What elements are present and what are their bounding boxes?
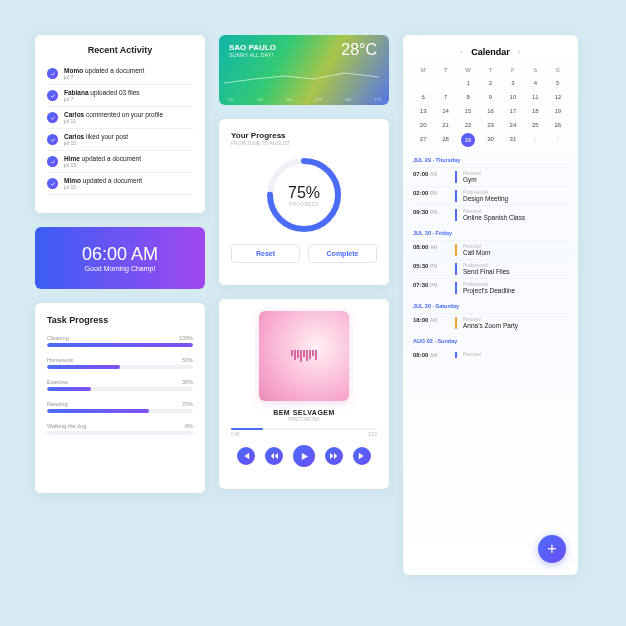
reset-button[interactable]: Reset xyxy=(231,244,300,263)
prev-month-button[interactable]: ‹ xyxy=(461,48,464,57)
calendar-day[interactable]: 19 xyxy=(548,105,568,117)
track-artist: PRETOROSA xyxy=(288,416,319,422)
dow-header: S xyxy=(548,65,568,75)
task-pct: 0% xyxy=(185,423,193,429)
calendar-day[interactable]: 24 xyxy=(503,119,523,131)
dow-header: M xyxy=(413,65,433,75)
check-icon xyxy=(47,178,58,189)
check-icon xyxy=(47,134,58,145)
calendar-day[interactable]: 26 xyxy=(548,119,568,131)
calendar-day[interactable]: 16 xyxy=(480,105,500,117)
calendar-day[interactable]: 8 xyxy=(458,91,478,103)
calendar-day[interactable]: 29 xyxy=(461,133,475,147)
calendar-day[interactable]: 21 xyxy=(435,119,455,131)
calendar-day[interactable]: 15 xyxy=(458,105,478,117)
duration-time: 3:20 xyxy=(368,432,377,437)
task-item: Walking the dog0% xyxy=(47,423,193,435)
calendar-day[interactable]: 1 xyxy=(525,133,545,147)
calendar-day[interactable]: 18 xyxy=(525,105,545,117)
calendar-day[interactable]: 3 xyxy=(503,77,523,89)
day-label: AUG 02 · Sunday xyxy=(413,338,568,344)
calendar-event[interactable]: 08:00 AM PersonalCall Mom xyxy=(413,240,568,259)
activity-title: Recent Activity xyxy=(47,45,193,55)
progress-percent: 75% xyxy=(288,184,320,202)
play-button[interactable] xyxy=(293,445,315,467)
calendar-day[interactable]: 9 xyxy=(480,91,500,103)
activity-item[interactable]: Carlos liked your postjul 15 xyxy=(47,129,193,151)
prev-button[interactable] xyxy=(237,447,255,465)
greeting-time: 06:00 AM xyxy=(82,244,158,265)
forward-button[interactable] xyxy=(325,447,343,465)
calendar-day[interactable]: 2 xyxy=(480,77,500,89)
calendar-day[interactable]: 27 xyxy=(413,133,433,147)
calendar-event[interactable]: 09:30 PM PersonalOnline Spanish Class xyxy=(413,205,568,224)
calendar-day[interactable]: 1 xyxy=(458,77,478,89)
calendar-day[interactable]: 31 xyxy=(503,133,523,147)
task-name: Cleaning xyxy=(47,335,69,341)
hour-tick: 15h xyxy=(315,97,322,102)
calendar-event[interactable]: 18:00 AM PersonalAnna's Zoom Party xyxy=(413,313,568,332)
music-player-card: BEM SELVAGEM PRETOROSA 0:453:20 xyxy=(219,299,389,489)
calendar-day[interactable]: 10 xyxy=(503,91,523,103)
calendar-day[interactable]: 13 xyxy=(413,105,433,117)
day-label: JUL 29 · Thursday xyxy=(413,157,568,163)
calendar-day[interactable] xyxy=(413,77,433,89)
track-title: BEM SELVAGEM xyxy=(273,409,335,416)
calendar-day[interactable]: 11 xyxy=(525,91,545,103)
calendar-day[interactable]: 30 xyxy=(480,133,500,147)
dow-header: T xyxy=(480,65,500,75)
calendar-day[interactable]: 22 xyxy=(458,119,478,131)
task-name: Exercise xyxy=(47,379,68,385)
progress-title: Your Progress xyxy=(231,131,377,140)
calendar-day[interactable]: 12 xyxy=(548,91,568,103)
calendar-day[interactable]: 2 xyxy=(548,133,568,147)
check-icon xyxy=(47,156,58,167)
activity-item[interactable]: Carlos commented on your profilejul 11 xyxy=(47,107,193,129)
add-event-button[interactable]: + xyxy=(538,535,566,563)
calendar-day[interactable] xyxy=(435,77,455,89)
activity-item[interactable]: Mimo updated a documentjul 15 xyxy=(47,173,193,195)
day-label: JUL 30 · Friday xyxy=(413,230,568,236)
calendar-day[interactable]: 23 xyxy=(480,119,500,131)
check-icon xyxy=(47,68,58,79)
calendar-day[interactable]: 14 xyxy=(435,105,455,117)
calendar-day[interactable]: 5 xyxy=(548,77,568,89)
task-name: Reading xyxy=(47,401,68,407)
next-month-button[interactable]: › xyxy=(518,48,521,57)
rewind-button[interactable] xyxy=(265,447,283,465)
complete-button[interactable]: Complete xyxy=(308,244,377,263)
task-progress-card: Task Progress Cleaning100% Homework50% E… xyxy=(35,303,205,493)
hour-tick: 14h xyxy=(286,97,293,102)
task-item: Cleaning100% xyxy=(47,335,193,347)
dow-header: T xyxy=(435,65,455,75)
calendar-day[interactable]: 17 xyxy=(503,105,523,117)
progress-label: PROGRESS xyxy=(289,202,319,207)
calendar-day[interactable]: 4 xyxy=(525,77,545,89)
next-button[interactable] xyxy=(353,447,371,465)
task-name: Walking the dog xyxy=(47,423,86,429)
seek-bar[interactable]: 0:453:20 xyxy=(231,428,377,437)
calendar-event[interactable]: 02:00 PM ProfessionalDesign Meeting xyxy=(413,186,568,205)
calendar-event[interactable]: 08:00 AM Personal xyxy=(413,348,568,361)
calendar-event[interactable]: 07:00 AM PersonalGym xyxy=(413,167,568,186)
calendar-title: Calendar xyxy=(471,47,510,57)
calendar-day[interactable]: 25 xyxy=(525,119,545,131)
calendar-day[interactable]: 6 xyxy=(413,91,433,103)
task-pct: 30% xyxy=(182,379,193,385)
calendar-day[interactable]: 7 xyxy=(435,91,455,103)
calendar-event[interactable]: 05:30 PM ProfessionalSend Final Files xyxy=(413,259,568,278)
activity-item[interactable]: Momo updated a documentjul 7 xyxy=(47,63,193,85)
activity-item[interactable]: Hime updated a documentjul 15 xyxy=(47,151,193,173)
calendar-event[interactable]: 07:30 PM ProfessionalProject's Deadline xyxy=(413,278,568,297)
progress-card: Your Progress FROM JUNE TO AUGUST 75% PR… xyxy=(219,119,389,285)
calendar-day[interactable]: 20 xyxy=(413,119,433,131)
weather-temp: 28°C xyxy=(341,41,377,59)
album-art xyxy=(259,311,349,401)
calendar-day[interactable]: 28 xyxy=(435,133,455,147)
hour-tick: 16h xyxy=(345,97,352,102)
greeting-message: Good Morning Champ! xyxy=(85,265,156,272)
activity-item[interactable]: Fabiana uploaded 03 filesjul 7 xyxy=(47,85,193,107)
check-icon xyxy=(47,112,58,123)
dow-header: F xyxy=(503,65,523,75)
check-icon xyxy=(47,90,58,101)
